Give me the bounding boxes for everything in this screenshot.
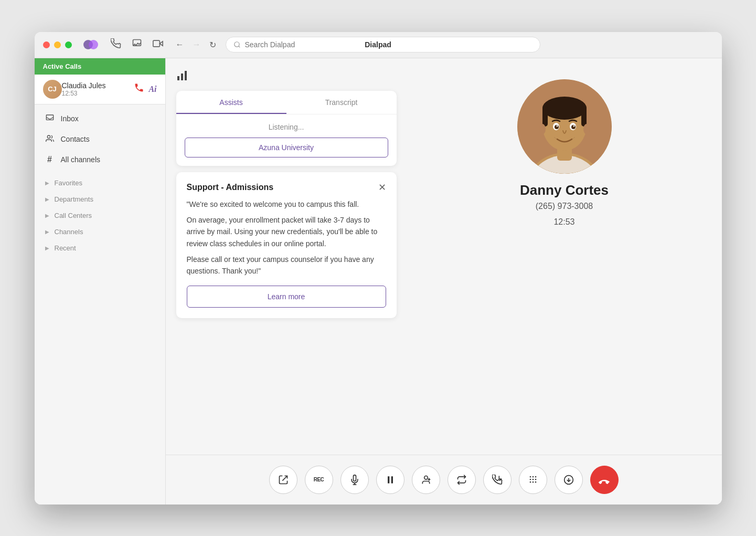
ai-assist-icon[interactable]: Ai: [148, 85, 156, 94]
contact-avatar: [517, 79, 612, 174]
all-channels-label: All channels: [61, 155, 101, 164]
search-icon: [233, 41, 241, 48]
transfer-button[interactable]: [448, 466, 476, 494]
traffic-lights: [43, 41, 72, 48]
svg-point-18: [542, 97, 587, 120]
assists-panel: Assists Transcript Listening... Azuna Un…: [166, 58, 407, 455]
nav-section: Inbox Contacts # All chann: [35, 104, 165, 174]
card-header: Support - Admissions ✕: [187, 183, 386, 192]
tabs-header: Assists Transcript: [176, 91, 397, 114]
sidebar-item-inbox[interactable]: Inbox: [35, 109, 165, 129]
inbox-icon: [45, 114, 55, 124]
sidebar-item-recent[interactable]: ▶ Recent: [35, 240, 165, 256]
svg-point-40: [532, 478, 534, 480]
svg-point-25: [556, 125, 558, 127]
video-nav-icon[interactable]: [150, 36, 166, 53]
search-highlight[interactable]: Azuna University: [185, 138, 388, 157]
keypad-button[interactable]: [519, 466, 547, 494]
avatar: CJ: [43, 80, 62, 99]
sidebar-item-channels[interactable]: ▶ Channels: [35, 224, 165, 240]
mute-button[interactable]: [340, 466, 369, 494]
svg-point-38: [535, 476, 536, 477]
favorites-label: Favorites: [55, 179, 82, 187]
svg-point-8: [47, 135, 50, 138]
svg-line-6: [238, 46, 240, 48]
card-body: "We're so excited to welcome you to camp…: [187, 198, 386, 277]
record-button[interactable]: REC: [305, 466, 333, 494]
support-card: Support - Admissions ✕ "We're so excited…: [176, 172, 397, 318]
title-bar: ← → ↻ Dialpad: [35, 32, 722, 58]
share-screen-button[interactable]: [269, 466, 297, 494]
minimize-button[interactable]: [54, 41, 61, 48]
contacts-icon: [45, 134, 55, 144]
svg-point-41: [535, 478, 536, 480]
svg-rect-32: [391, 476, 392, 483]
app-window: ← → ↻ Dialpad Active Calls CJ Claudia Ju…: [35, 32, 722, 505]
sidebar-item-favorites[interactable]: ▶ Favorites: [35, 175, 165, 191]
call-centers-label: Call Centers: [55, 212, 92, 219]
svg-point-27: [539, 124, 546, 134]
card-body-line-2: On average, your enrollment packet will …: [187, 214, 386, 249]
svg-rect-11: [185, 71, 187, 80]
call-action-icons: Ai: [134, 82, 156, 96]
svg-point-39: [529, 478, 531, 480]
stats-icon: [176, 69, 397, 85]
window-title: Dialpad: [365, 40, 391, 49]
phone-nav-icon[interactable]: [108, 36, 124, 53]
learn-more-button[interactable]: Learn more: [187, 286, 386, 308]
active-call-item[interactable]: CJ Claudia Jules 12:53 Ai: [35, 75, 165, 104]
svg-point-44: [535, 481, 536, 482]
back-button[interactable]: ←: [173, 38, 187, 51]
more-options-button[interactable]: [555, 466, 583, 494]
chevron-right-icon: ▶: [45, 180, 49, 186]
svg-point-26: [573, 125, 574, 127]
chat-nav-icon[interactable]: [129, 36, 145, 53]
content-inner: Assists Transcript Listening... Azuna Un…: [166, 58, 722, 455]
sidebar-item-call-centers[interactable]: ▶ Call Centers: [35, 207, 165, 224]
forward-button[interactable]: →: [189, 38, 204, 51]
inbox-label: Inbox: [61, 114, 79, 123]
chevron-right-icon: ▶: [45, 245, 49, 251]
sidebar-item-all-channels[interactable]: # All channels: [35, 150, 165, 170]
close-card-button[interactable]: ✕: [378, 183, 386, 192]
svg-rect-9: [177, 76, 179, 80]
end-call-button[interactable]: [590, 466, 619, 494]
contacts-label: Contacts: [61, 135, 90, 143]
listening-text: Listening...: [185, 123, 388, 131]
svg-point-43: [532, 481, 534, 482]
add-person-button[interactable]: [412, 466, 440, 494]
main-layout: Active Calls CJ Claudia Jules 12:53 Ai: [35, 58, 722, 505]
svg-point-36: [529, 476, 531, 477]
content-area: Assists Transcript Listening... Azuna Un…: [166, 58, 722, 505]
close-button[interactable]: [43, 41, 50, 48]
chevron-right-icon: ▶: [45, 229, 49, 235]
chevron-right-icon: ▶: [45, 213, 49, 218]
svg-point-1: [89, 40, 98, 49]
sidebar-item-contacts[interactable]: Contacts: [35, 129, 165, 150]
svg-point-5: [234, 42, 239, 47]
contact-name: Danny Cortes: [520, 182, 609, 198]
svg-point-28: [583, 124, 590, 134]
caller-name: Claudia Jules: [62, 81, 134, 90]
hangup-icon[interactable]: [134, 82, 144, 96]
recent-label: Recent: [55, 244, 76, 252]
maximize-button[interactable]: [65, 41, 72, 48]
svg-rect-4: [153, 40, 159, 47]
switch-call-button[interactable]: [483, 466, 512, 494]
app-nav-icons: [108, 36, 166, 53]
tab-assists[interactable]: Assists: [176, 91, 286, 114]
sidebar-item-departments[interactable]: ▶ Departments: [35, 191, 165, 207]
sidebar: Active Calls CJ Claudia Jules 12:53 Ai: [35, 58, 166, 505]
contact-phone: (265) 973-3008: [536, 202, 593, 211]
tab-transcript[interactable]: Transcript: [286, 91, 397, 114]
svg-rect-19: [542, 106, 548, 127]
card-body-line-3: Please call or text your campus counselo…: [187, 254, 386, 277]
channels-label: Channels: [55, 228, 83, 236]
svg-rect-10: [181, 73, 183, 80]
contact-call-time: 12:53: [553, 217, 574, 227]
svg-point-42: [529, 481, 531, 482]
svg-point-37: [532, 476, 534, 477]
refresh-button[interactable]: ↻: [206, 38, 219, 52]
contact-panel: Danny Cortes (265) 973-3008 12:53: [407, 58, 722, 455]
pause-button[interactable]: [376, 466, 404, 494]
